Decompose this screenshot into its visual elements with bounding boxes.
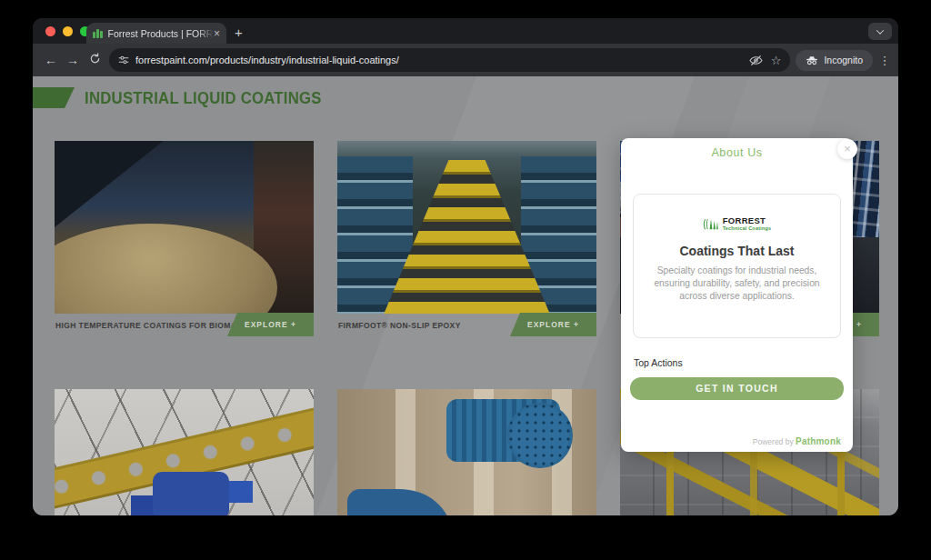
explore-button[interactable]: EXPLORE + (510, 313, 596, 336)
card-caption-bar: FIRMFOOT® NON-SLIP EPOXY EXPLORE + (337, 314, 596, 339)
tab-title: Forrest Products | FORREST T (108, 28, 214, 39)
photo-biomass[interactable] (55, 141, 314, 314)
chevron-down-icon (876, 26, 884, 34)
powered-by-text: Powered by (753, 437, 796, 446)
logo-tagline: Technical Coatings (723, 225, 772, 232)
traffic-lights (45, 26, 90, 36)
popup-close-icon[interactable]: × (837, 139, 857, 159)
logo-name: FORREST (723, 216, 772, 225)
pathmonk-link[interactable]: Pathmonk (796, 436, 841, 446)
browser-window: Forrest Products | FORREST T × + ← → for… (33, 18, 898, 515)
reading-mode-button[interactable] (749, 55, 763, 66)
card-label: FIRMFOOT® NON-SLIP EPOXY (338, 314, 461, 337)
top-actions-label: Top Actions (634, 357, 683, 368)
url-text[interactable]: forrestpaint.com/products/industry/indus… (135, 55, 741, 65)
address-bar[interactable]: forrestpaint.com/products/industry/indus… (109, 48, 790, 72)
browser-toolbar: ← → forrestpaint.com/products/industry/i… (33, 44, 898, 76)
incognito-label: Incognito (824, 55, 863, 65)
eye-off-icon (749, 55, 763, 66)
new-tab-button[interactable]: + (235, 24, 243, 42)
popup-content-card: FORREST Technical Coatings Coatings That… (633, 194, 841, 338)
photo-layer (153, 472, 229, 515)
tab-search-button[interactable] (868, 23, 892, 40)
get-in-touch-button[interactable]: GET IN TOUCH (630, 377, 844, 400)
product-card-firmfoot: FIRMFOOT® NON-SLIP EPOXY EXPLORE + (337, 141, 596, 339)
minimize-window-button[interactable] (63, 26, 73, 36)
close-window-button[interactable] (45, 26, 55, 36)
forrest-logo: FORREST Technical Coatings (634, 216, 840, 232)
browser-tab[interactable]: Forrest Products | FORREST T × (86, 23, 226, 44)
powered-by: Powered by Pathmonk (753, 436, 841, 446)
site-settings-icon[interactable] (118, 55, 129, 65)
incognito-badge: Incognito (796, 50, 873, 71)
card-caption-bar: HIGH TEMPERATURE COATINGS FOR BIOMASS EX… (55, 314, 314, 339)
page-title: INDUSTRIAL LIQUID COATINGS (85, 87, 322, 108)
photo-pumps[interactable] (337, 389, 596, 515)
product-card-pumps (337, 389, 596, 515)
page-viewport: INDUSTRIAL LIQUID COATINGS HIGH TEMPERAT… (33, 76, 898, 515)
forrest-logo-text: FORREST Technical Coatings (723, 216, 772, 232)
popup-title: About Us (621, 146, 853, 159)
product-card-biomass: HIGH TEMPERATURE COATINGS FOR BIOMASS EX… (55, 141, 314, 339)
about-us-popup: About Us × FORREST Technical Coatings (621, 138, 853, 452)
heading-accent-shape (33, 87, 75, 108)
explore-button[interactable]: EXPLORE + (227, 313, 314, 336)
browser-menu-button[interactable]: ⋮ (878, 54, 891, 67)
tab-strip: Forrest Products | FORREST T × + (33, 18, 898, 44)
photo-yellow-steps[interactable] (337, 141, 596, 314)
incognito-spy-icon (806, 55, 818, 65)
reload-icon (89, 53, 101, 65)
photo-crane[interactable] (55, 389, 314, 515)
forrest-favicon-icon (93, 29, 103, 38)
card-label: HIGH TEMPERATURE COATINGS FOR BIOMASS (55, 314, 247, 337)
back-button[interactable]: ← (40, 53, 62, 67)
tab-close-icon[interactable]: × (214, 28, 220, 39)
popup-headline: Coatings That Last (634, 244, 840, 258)
reload-button[interactable] (84, 53, 105, 67)
popup-body-text: Specialty coatings for industrial needs,… (643, 265, 832, 304)
forrest-logo-icon (703, 217, 719, 231)
bookmark-star-icon[interactable]: ☆ (771, 54, 782, 67)
forward-button[interactable]: → (62, 53, 84, 67)
product-card-crane (55, 389, 314, 515)
